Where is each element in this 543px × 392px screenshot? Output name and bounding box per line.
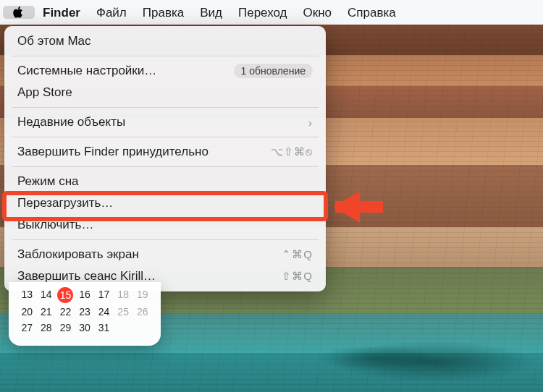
menu-go[interactable]: Переход xyxy=(230,4,295,22)
calendar-day[interactable]: 25 xyxy=(114,304,133,320)
keyboard-shortcut: ⌃⌘Q xyxy=(282,248,313,261)
menuitem-label: Недавние объекты xyxy=(17,115,308,129)
menuitem-label: Заблокировать экран xyxy=(17,247,282,262)
menuitem-force-quit[interactable]: Завершить Finder принудительно ⌥⇧⌘⎋ xyxy=(4,141,326,163)
menu-bar: Finder Файл Правка Вид Переход Окно Спра… xyxy=(0,0,543,25)
menuitem-label: Завершить сеанс Kirill… xyxy=(17,269,282,284)
menuitem-lock-screen[interactable]: Заблокировать экран ⌃⌘Q xyxy=(4,244,326,265)
keyboard-shortcut: ⌥⇧⌘⎋ xyxy=(271,145,313,158)
calendar-day[interactable]: 31 xyxy=(94,320,114,336)
menuitem-label: Системные настройки… xyxy=(17,64,234,78)
submenu-chevron-icon: › xyxy=(308,116,313,129)
keyboard-shortcut: ⇧⌘Q xyxy=(282,270,313,283)
menu-separator xyxy=(12,137,319,137)
menuitem-label: Об этом Mac xyxy=(17,34,313,48)
calendar-day[interactable]: 27 xyxy=(17,320,37,336)
menu-separator xyxy=(12,166,319,167)
menuitem-label: Завершить Finder принудительно xyxy=(17,145,271,159)
calendar-day[interactable]: 17 xyxy=(94,286,114,304)
calendar-day[interactable]: 18 xyxy=(114,286,133,304)
calendar-day[interactable]: 22 xyxy=(56,304,75,320)
menuitem-shutdown[interactable]: Выключить… xyxy=(4,214,326,236)
calendar-day[interactable]: 20 xyxy=(17,304,37,320)
menu-separator xyxy=(12,107,319,108)
menuitem-restart[interactable]: Перезагрузить… xyxy=(4,192,326,214)
calendar-day[interactable]: 26 xyxy=(132,304,152,320)
apple-logo-icon xyxy=(12,6,25,19)
menuitem-about-this-mac[interactable]: Об этом Mac xyxy=(4,30,326,52)
menu-view[interactable]: Вид xyxy=(192,4,230,22)
calendar-day[interactable]: 21 xyxy=(37,304,56,320)
menu-separator xyxy=(12,239,319,240)
calendar-day xyxy=(114,320,133,336)
menu-window[interactable]: Окно xyxy=(295,4,340,22)
menuitem-app-store[interactable]: App Store xyxy=(4,82,326,103)
menuitem-system-settings[interactable]: Системные настройки… 1 обновление xyxy=(4,60,326,82)
calendar-day[interactable]: 13 xyxy=(17,286,37,304)
calendar-day[interactable]: 14 xyxy=(37,286,56,304)
calendar-grid: 13141516171819202122232425262728293031 xyxy=(17,286,152,336)
calendar-widget[interactable]: 13141516171819202122232425262728293031 xyxy=(9,282,161,346)
calendar-day[interactable]: 23 xyxy=(75,304,95,320)
menuitem-label: Режим сна xyxy=(17,174,313,189)
menu-file[interactable]: Файл xyxy=(88,4,135,22)
calendar-day[interactable]: 15 xyxy=(57,287,73,303)
apple-menu-button[interactable] xyxy=(3,6,35,19)
calendar-day[interactable]: 16 xyxy=(75,286,95,304)
calendar-day[interactable]: 30 xyxy=(75,320,95,336)
calendar-day xyxy=(132,320,152,336)
calendar-day[interactable]: 19 xyxy=(132,286,152,304)
menuitem-label: Перезагрузить… xyxy=(17,196,313,210)
menuitem-sleep[interactable]: Режим сна xyxy=(4,171,326,192)
menuitem-recent-items[interactable]: Недавние объекты › xyxy=(4,111,326,133)
calendar-day[interactable]: 24 xyxy=(94,304,114,320)
menuitem-label: App Store xyxy=(17,85,313,100)
menuitem-label: Выключить… xyxy=(17,218,313,232)
menu-help[interactable]: Справка xyxy=(340,4,404,22)
apple-menu-dropdown: Об этом Mac Системные настройки… 1 обнов… xyxy=(4,26,326,291)
calendar-day[interactable]: 28 xyxy=(37,320,56,336)
update-badge: 1 обновление xyxy=(234,64,313,78)
menu-separator xyxy=(12,56,319,56)
calendar-day[interactable]: 29 xyxy=(56,320,75,336)
menu-edit[interactable]: Правка xyxy=(135,4,192,22)
app-name-menu[interactable]: Finder xyxy=(35,4,88,22)
